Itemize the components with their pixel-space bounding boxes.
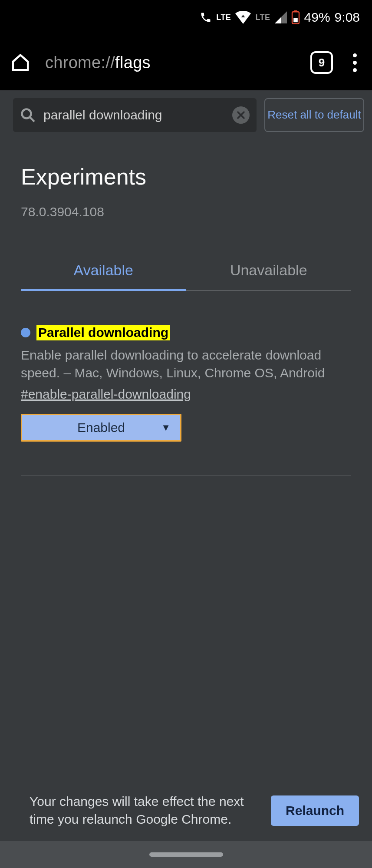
dropdown-arrow-icon: ▼ <box>161 422 171 433</box>
svg-line-4 <box>30 117 35 122</box>
system-nav-area <box>0 841 372 868</box>
gesture-handle[interactable] <box>149 852 223 857</box>
close-icon <box>237 111 245 119</box>
clock: 9:08 <box>335 10 360 25</box>
tab-available[interactable]: Available <box>21 252 186 291</box>
overflow-menu-button[interactable] <box>346 51 363 74</box>
reset-all-button[interactable]: Reset all to default <box>264 98 364 132</box>
flag-state-select[interactable]: Enabled ▼ <box>21 414 181 442</box>
flag-title: Parallel downloading <box>36 325 170 340</box>
search-row: Reset all to default <box>0 90 372 140</box>
flag-permalink[interactable]: #enable-parallel-downloading <box>21 387 191 402</box>
cell-signal-icon <box>275 11 287 23</box>
more-vert-icon <box>353 53 357 72</box>
tab-unavailable[interactable]: Unavailable <box>186 252 352 291</box>
flag-description: Enable parallel downloading to accelerat… <box>21 347 351 382</box>
screen: LTE LTE 49% 9:08 chrome://flags 9 <box>0 0 372 868</box>
flags-page: Reset all to default Experiments 78.0.39… <box>0 90 372 868</box>
volte-call-icon <box>200 11 212 23</box>
modified-indicator-icon <box>21 328 30 337</box>
lte-label-1: LTE <box>216 13 231 22</box>
flag-entry: Parallel downloading Enable parallel dow… <box>0 291 372 459</box>
battery-icon <box>291 10 300 24</box>
browser-toolbar: chrome://flags 9 <box>0 35 372 90</box>
lte-label-2: LTE <box>255 13 270 22</box>
relaunch-bar: Your changes will take effect the next t… <box>0 783 372 841</box>
page-title: Experiments <box>21 164 351 190</box>
flag-title-row: Parallel downloading <box>21 325 351 340</box>
tab-count: 9 <box>319 56 325 69</box>
search-box <box>13 98 257 132</box>
relaunch-button[interactable]: Relaunch <box>271 795 359 826</box>
chrome-version: 78.0.3904.108 <box>21 205 351 219</box>
search-icon <box>20 107 36 123</box>
clear-search-button[interactable] <box>232 106 250 124</box>
tab-strip: Available Unavailable <box>21 252 351 291</box>
wifi-icon <box>235 11 251 24</box>
svg-rect-2 <box>293 18 298 23</box>
divider <box>21 475 351 476</box>
search-input[interactable] <box>43 108 232 122</box>
url-bar[interactable]: chrome://flags <box>45 53 297 72</box>
tab-switcher-button[interactable]: 9 <box>310 51 333 74</box>
battery-percent: 49% <box>304 10 330 25</box>
relaunch-message: Your changes will take effect the next t… <box>30 793 258 828</box>
status-bar: LTE LTE 49% 9:08 <box>0 0 372 35</box>
header-block: Experiments 78.0.3904.108 <box>0 140 372 232</box>
svg-point-3 <box>22 109 31 119</box>
url-scheme: chrome:// <box>45 53 115 72</box>
flag-state-selected: Enabled <box>77 420 125 435</box>
url-path: flags <box>115 53 151 72</box>
home-button[interactable] <box>9 51 32 74</box>
